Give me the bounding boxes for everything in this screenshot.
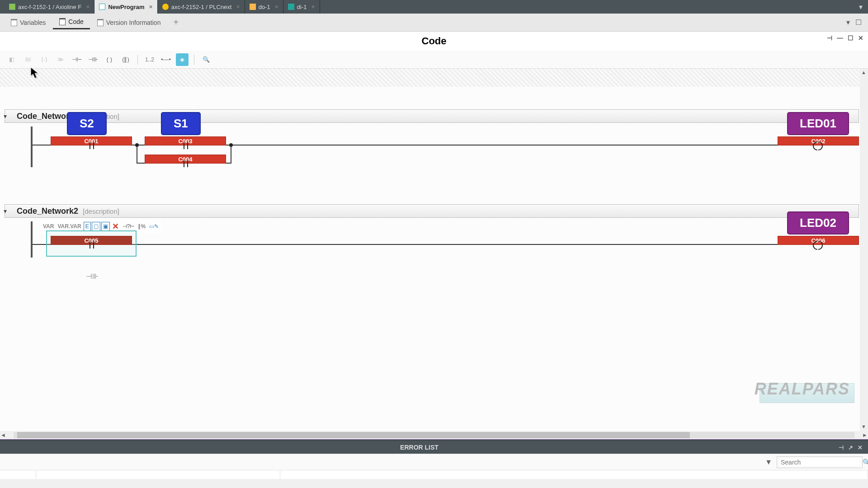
tab-axioline[interactable]: axc-f-2152-1 / Axioline F × [5,0,94,14]
coil-icon [813,241,823,249]
rung-line [33,244,851,245]
parallel-insert-icon[interactable]: ⊣⊪ [86,272,95,281]
ladder-canvas[interactable]: ▲ ▼ ▾ Code_Network1 [description] S2 C00… [0,69,868,439]
variable-s2[interactable]: S2 [67,112,107,135]
junction-node [229,143,233,147]
tab-plcnext[interactable]: axc-f-2152-1 / PLCnext × [158,0,245,14]
error-column[interactable] [280,470,868,479]
scroll-right-icon[interactable]: ► [862,432,868,438]
network-body[interactable]: C005 LED02 C006 [31,221,859,258]
error-list-toolbar: ▼ 🔍 [0,454,868,470]
collapse-toggle[interactable]: ▾ [4,113,7,120]
pin-icon[interactable]: ⊣ [839,444,844,451]
junction-node [135,143,139,147]
maximize-icon[interactable]: ☐ [855,18,862,27]
top-tab-bar: axc-f-2152-1 / Axioline F × NewProgram ×… [0,0,868,14]
coil-icon [813,141,823,150]
network-header[interactable]: Code_Network2 [description] [5,204,859,218]
subtab-label: Variables [20,19,46,26]
network-2[interactable]: ▾ Code_Network2 [description] VAR VAR.VA… [5,204,859,258]
plc-icon [9,4,15,10]
scroll-up-icon[interactable]: ▲ [861,70,866,75]
subtab-code[interactable]: Code [53,15,90,29]
parallel-contact-button[interactable]: ⊣⊪ [87,53,99,66]
no-contact-icon [87,241,97,249]
scroll-track[interactable] [14,432,854,438]
error-search-box[interactable]: 🔍 [777,456,863,468]
di-icon [288,4,294,10]
tab-newprogram[interactable]: NewProgram × [94,0,157,14]
contact-button[interactable]: ⊣⊢ [71,53,83,66]
error-list-body [0,470,868,479]
scroll-down-icon[interactable]: ▼ [861,424,866,429]
no-contact-icon [181,142,191,149]
chevron-down-icon[interactable]: ▾ [846,18,850,27]
label-button[interactable]: lbl [22,53,34,66]
add-tab-button[interactable]: + [168,17,184,28]
error-column[interactable] [36,470,280,479]
page-title: Code [422,35,447,47]
minimize-icon[interactable]: — [837,34,843,42]
network-title: Code_Network2 [17,206,78,216]
filter-icon[interactable]: ▼ [765,458,772,466]
network-body[interactable]: S2 C001 S1 C003 C004 LED01 C002 [31,127,859,167]
close-icon[interactable]: × [311,3,315,10]
subtab-version[interactable]: Version Information [91,16,167,29]
subtab-variables[interactable]: Variables [5,16,52,29]
editor-toolbar: ◧ lbl ⟨·⟩ ≫ ⊣⊢ ⊣⊪ ( ) (‖) 1..2 •—• ◈ 🔍 [0,51,868,69]
plcnext-icon [162,4,169,10]
separator [137,55,138,65]
network-description[interactable]: [description] [83,207,119,215]
no-contact-icon [87,142,97,149]
close-icon[interactable]: × [275,3,278,10]
variable-s1[interactable]: S1 [161,112,201,135]
maximize-icon[interactable]: ☐ [848,34,854,42]
subtab-label: Code [68,18,83,25]
close-icon[interactable]: × [86,3,90,10]
tab-label: di-1 [297,4,307,10]
mouse-cursor [30,67,40,80]
tab-label: axc-f-2152-1 / PLCnext [171,4,232,10]
scroll-left-icon[interactable]: ◄ [0,432,6,438]
connector-button[interactable]: •—• [160,53,172,66]
zoom-level[interactable]: 1..2 [143,53,156,66]
parallel-coil-button[interactable]: (‖) [119,53,132,66]
network-header[interactable]: Code_Network1 [description] [5,109,859,123]
nav-forward-button[interactable]: ≫ [54,53,67,66]
close-icon[interactable]: × [149,3,153,10]
variable-led01[interactable]: LED01 [787,112,849,135]
search-icon[interactable]: 🔍 [863,459,868,466]
error-search-input[interactable] [781,459,860,466]
close-icon[interactable]: ✕ [858,444,863,451]
close-icon[interactable]: ✕ [858,34,863,42]
coil-button[interactable]: ( ) [103,53,116,66]
tab-di1[interactable]: di-1 × [283,0,320,14]
no-contact-icon [181,160,191,167]
tab-label: do-1 [259,4,270,10]
doc-icon [97,19,104,26]
error-list-header: ERROR LIST ⊣ ↗ ✕ [0,441,868,454]
error-column[interactable] [0,470,36,479]
error-list-title: ERROR LIST [0,444,839,451]
pin-icon[interactable]: ⊣ [827,34,832,42]
branch-line [231,145,231,163]
insert-network-button[interactable]: ◧ [5,53,18,66]
scroll-thumb[interactable] [17,432,690,438]
horizontal-scrollbar[interactable]: ◄ ► [0,431,868,439]
search-button[interactable]: 🔍 [200,53,212,66]
collapse-toggle[interactable]: ▾ [4,207,7,215]
tab-overflow-button[interactable]: ▾ [854,0,868,14]
program-icon [99,4,105,10]
tab-do1[interactable]: do-1 × [245,0,283,14]
popout-icon[interactable]: ↗ [848,444,853,451]
sub-tab-bar: Variables Code Version Information + ▾ ☐ [0,14,868,32]
vertical-scrollbar[interactable]: ▲ ▼ [860,69,868,439]
variable-led02[interactable]: LED02 [787,211,849,235]
branch-line [137,145,137,163]
network-1[interactable]: ▾ Code_Network1 [description] S2 C001 S1… [5,109,859,167]
close-icon[interactable]: × [236,3,240,10]
code-panel-header: Code ⊣ — ☐ ✕ [0,32,868,51]
canvas-margin [0,69,860,87]
nav-back-button[interactable]: ⟨·⟩ [38,53,51,66]
auto-layout-button[interactable]: ◈ [176,53,189,66]
